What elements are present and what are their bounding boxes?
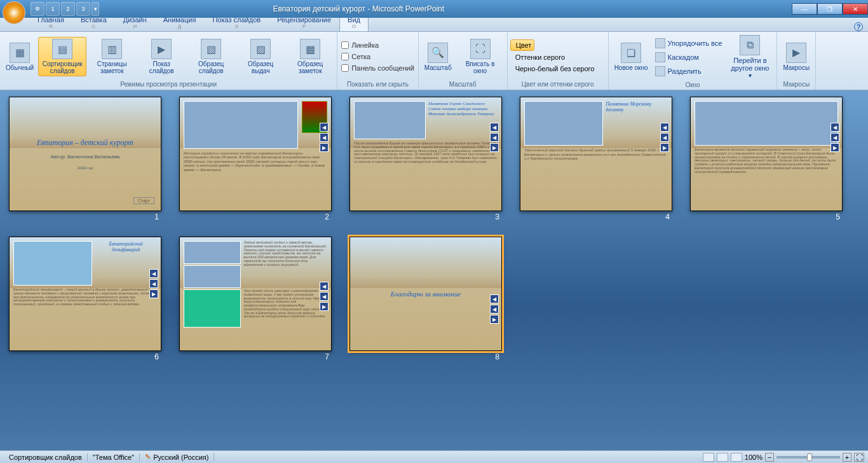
slide-thumbnail[interactable]: Евпатория является детской здравницей ми… (690, 97, 843, 221)
slide-caption: Памятник Герою Советского Союза генерал-… (428, 101, 498, 139)
zoom-value: 100% (745, 453, 763, 461)
window-title: Евпатория детский курорт - Microsoft Pow… (273, 4, 444, 13)
slide-title: Евпатория – детский курорт (37, 138, 133, 148)
slide-text: Евпатория является детской здравницей ми… (695, 148, 838, 174)
group-show-hide: Линейка Сетка Панель сообщений Показать … (337, 32, 419, 90)
ruler-checkbox[interactable]: Линейка (340, 41, 380, 50)
status-bar: Сортировщик слайдов "Тема Office" ✎ Русс… (0, 450, 868, 463)
group-label: Масштаб (421, 80, 505, 88)
slideshow-view-icon[interactable] (731, 453, 742, 462)
slide-thumbnail[interactable]: Любые активный отдых и свежий ветер, пре… (179, 237, 332, 361)
status-theme: "Тема Office" (88, 453, 140, 461)
qat-more-icon[interactable]: ▾ (92, 2, 99, 16)
notes-page-button[interactable]: ▥Страницы заметок (88, 37, 136, 76)
group-label: Режимы просмотра презентации (3, 80, 334, 88)
qat-item[interactable]: 2 (61, 2, 75, 16)
slide-author: Автор: Валентина Витальева (51, 154, 120, 160)
color-button[interactable]: Цвет (510, 39, 535, 51)
handout-master-button[interactable]: ▨Образец выдач (236, 37, 285, 76)
spellcheck-icon: ✎ (145, 453, 151, 461)
slide-number: 7 (325, 352, 329, 361)
slideshow-button[interactable]: ▶Показ слайдов (137, 37, 186, 76)
slide-number: 5 (836, 212, 840, 221)
arrange-all-button[interactable]: Упорядочить все (653, 37, 725, 50)
slide-number: 8 (495, 352, 499, 361)
slide-text: Любые активный отдых и свежий ветер, пре… (243, 241, 327, 288)
group-label: Макросы (780, 80, 813, 88)
group-window: ❏Новое окно Упорядочить все Каскадом Раз… (609, 32, 778, 90)
slide-thumbnail[interactable]: История городских поселений на месте сов… (179, 97, 332, 221)
quick-access-toolbar: Ф 1 2 3 ▾ (28, 2, 99, 16)
ribbon-tabs: ГлавнаяЯ ВставкаС ДизайнИ АнимацияД Пока… (0, 18, 868, 32)
slide-text: После освобождения Крыма от немецко-фаши… (354, 142, 498, 164)
group-presentation-views: ▦Обычный ▤Сортировщик слайдов ▥Страницы … (0, 32, 337, 90)
qat-item[interactable]: 3 (76, 2, 90, 16)
gridlines-checkbox[interactable]: Сетка (340, 52, 372, 61)
blackwhite-button[interactable]: Черно-белый без серого (510, 64, 597, 74)
slide-thumbnail[interactable]: Евпатория – детский курорт Автор: Валент… (9, 97, 161, 221)
status-view-mode: Сортировщик слайдов (4, 453, 88, 461)
title-bar: Ф 1 2 3 ▾ Евпатория детский курорт - Mic… (0, 0, 868, 18)
maximize-button[interactable]: ❐ (817, 3, 843, 15)
slide-text: История городских поселений на месте сов… (184, 151, 327, 172)
notes-master-button[interactable]: ▩Образец заметок (286, 37, 334, 76)
fit-window-button[interactable]: ⛶Вписать в окно (456, 37, 505, 76)
slide-thumbnail[interactable]: Памятник Морскому десанту Тактический мо… (520, 97, 672, 221)
minimize-button[interactable]: — (792, 3, 817, 15)
slide-caption: Евпаторийский дельфинарий (95, 241, 157, 286)
group-label: Показать или скрыть (340, 80, 416, 88)
message-bar-checkbox[interactable]: Панель сообщений (340, 64, 416, 73)
zoom-slider[interactable] (776, 456, 840, 459)
window-controls: — ❐ ✕ (792, 3, 868, 15)
fit-zoom-button[interactable]: ⛶ (854, 453, 864, 462)
slide-text: Евпаторийский дельфинарий – самый крупны… (13, 288, 157, 307)
macros-button[interactable]: ▶Макросы (780, 41, 813, 73)
group-label: Окно (611, 81, 775, 89)
zoom-out-button[interactable]: − (765, 453, 774, 462)
qat-item[interactable]: Ф (31, 2, 44, 16)
zoom-button[interactable]: 🔍Масштаб (421, 41, 455, 73)
slide-year: 2019 год (78, 166, 93, 170)
switch-window-button[interactable]: ⧉Перейти в другое окно ▾ (726, 33, 774, 81)
slide-thumbnail[interactable]: Памятник Герою Советского Союза генерал-… (349, 97, 502, 221)
slide-thumbnail[interactable]: Евпаторийский дельфинарий Евпаторийский … (9, 237, 161, 361)
slide-title: Благодарю за внимание (391, 290, 461, 298)
slides-grid: Евпатория – детский курорт Автор: Валент… (9, 97, 859, 361)
sorter-view-icon[interactable] (717, 453, 728, 462)
new-window-button[interactable]: ❏Новое окно (611, 41, 651, 73)
qat-item[interactable]: 1 (46, 2, 60, 16)
group-macros: ▶Макросы Макросы (777, 32, 816, 90)
status-language[interactable]: ✎ Русский (Россия) (140, 453, 214, 461)
slide-text: Тактический морской десант Красной армии… (524, 148, 668, 161)
group-color-grayscale: Цвет Оттенки серого Черно-белый без серо… (508, 32, 609, 90)
group-zoom: 🔍Масштаб ⛶Вписать в окно Масштаб (419, 32, 508, 90)
cascade-button[interactable]: Каскадом (653, 51, 725, 64)
slide-number: 6 (154, 352, 159, 361)
group-label: Цвет или оттенки серого (510, 80, 606, 88)
normal-view-icon[interactable] (703, 453, 714, 462)
start-button: Старт (133, 197, 154, 204)
office-button[interactable] (3, 1, 25, 24)
slide-text: Что может быть красивее и разнообразнее … (243, 289, 327, 328)
close-button[interactable]: ✕ (843, 3, 868, 15)
slide-thumbnail[interactable]: Благодарю за внимание ◀◀▶ 8 (349, 237, 502, 361)
slide-sorter-workspace[interactable]: Евпатория – детский курорт Автор: Валент… (0, 90, 868, 450)
help-icon[interactable]: ? (854, 22, 863, 31)
ribbon: ▦Обычный ▤Сортировщик слайдов ▥Страницы … (0, 32, 868, 90)
slide-caption: Памятник Морскому десанту (606, 101, 668, 146)
split-button[interactable]: Разделить (653, 65, 725, 78)
slide-number: 2 (325, 212, 329, 221)
slide-number: 4 (665, 212, 670, 221)
slide-number: 3 (495, 212, 499, 221)
slide-number: 1 (154, 212, 159, 221)
grayscale-button[interactable]: Оттенки серого (510, 52, 567, 62)
normal-view-button[interactable]: ▦Обычный (3, 41, 37, 73)
zoom-in-button[interactable]: + (843, 453, 851, 462)
slide-sorter-button[interactable]: ▤Сортировщик слайдов (38, 37, 86, 76)
slide-master-button[interactable]: ▧Образец слайдов (187, 37, 235, 76)
